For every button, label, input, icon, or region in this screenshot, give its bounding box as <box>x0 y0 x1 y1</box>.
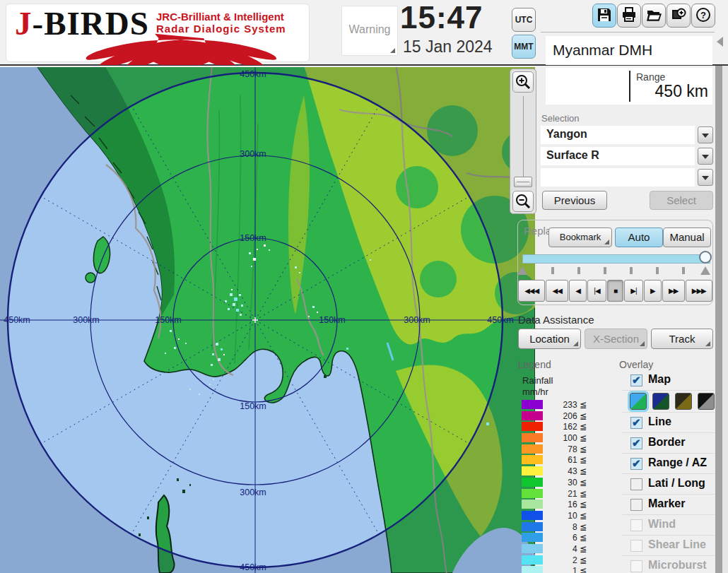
fast-rewind-3x-button[interactable]: ◀◀◀ <box>518 280 545 302</box>
legend-row: 8 ≦ <box>522 521 599 533</box>
legend-color-chip <box>522 544 543 553</box>
station-name: Myanmar DMH <box>553 42 652 59</box>
fast-forward-3x-button[interactable]: ▶▶▶ <box>686 280 712 302</box>
range-az-checkbox[interactable] <box>630 458 642 470</box>
legend-threshold: 6 ≦ <box>546 533 587 543</box>
play-button[interactable]: ▶ <box>644 280 662 302</box>
overlay-item-label: Map <box>648 373 671 386</box>
zoom-slider-handle[interactable] <box>514 177 532 187</box>
legend-color-chip <box>522 555 543 565</box>
svg-text:150km: 150km <box>240 401 266 411</box>
save-button[interactable] <box>592 4 616 28</box>
legend-color-chip <box>522 433 543 442</box>
legend-title: Rainfall <box>522 375 553 386</box>
overlay-row-lati-long: Lati / Long <box>622 474 715 495</box>
location-button[interactable]: Location <box>518 329 581 349</box>
zoom-out-button[interactable] <box>512 191 534 212</box>
legend-threshold: 1 ≦ <box>546 566 587 573</box>
legend-label: Legend <box>518 359 551 370</box>
marker-checkbox[interactable] <box>630 499 642 511</box>
header-bar: J-BIRDS JRC-Brilliant & Intelligent Rada… <box>0 0 728 66</box>
svg-text:300km: 300km <box>240 149 266 159</box>
replay-progress-handle[interactable] <box>699 251 712 264</box>
radar-map[interactable]: 450km 300km 150km 150km 300km 450km 450k… <box>0 67 535 573</box>
overlay-row-map: Map <box>622 370 715 391</box>
lati-long-checkbox[interactable] <box>630 478 642 490</box>
overlay-row-microburst: Microburst <box>622 556 715 573</box>
legend-threshold: 78 ≦ <box>546 444 587 454</box>
svg-text:300km: 300km <box>240 488 266 497</box>
legend-row: 233 ≦ <box>522 399 599 410</box>
legend-threshold: 4 ≦ <box>546 544 587 554</box>
legend-color-chip <box>522 400 543 409</box>
legend-scale: 233 ≦206 ≦162 ≦100 ≦78 ≦61 ≦43 ≦30 ≦21 ≦… <box>522 399 599 573</box>
zoom-in-button[interactable] <box>512 71 534 93</box>
overlay-item-label: Line <box>648 415 671 428</box>
timezone-mmt-button[interactable]: MMT <box>512 35 536 59</box>
option-dropdown-button[interactable] <box>698 169 713 186</box>
line-checkbox[interactable] <box>630 417 642 429</box>
previous-button[interactable]: Previous <box>542 191 607 210</box>
legend-row: 21 ≦ <box>522 488 599 500</box>
fast-rewind-button[interactable]: ◀◀ <box>546 280 568 302</box>
wind-checkbox <box>630 519 642 531</box>
auto-mode-button[interactable]: Auto <box>615 228 663 247</box>
data-assistance-label: Data Assistance <box>518 314 594 326</box>
stop-button[interactable]: ■ <box>607 280 623 302</box>
panel-splitter[interactable] <box>715 34 722 573</box>
legend-color-chip <box>522 455 543 464</box>
map-style-swatch-4[interactable] <box>698 393 715 410</box>
clock-date: 15 Jan 2024 <box>403 37 493 57</box>
site-dropdown-button[interactable] <box>698 126 713 143</box>
help-button[interactable]: ? <box>691 4 715 28</box>
replay-progress-track[interactable] <box>522 254 710 264</box>
map-checkbox[interactable] <box>630 374 642 386</box>
overlay-row-range-az: Range / AZ <box>622 454 715 474</box>
legend-color-chip <box>522 522 543 531</box>
legend-color-chip <box>522 511 543 520</box>
svg-text:150km: 150km <box>155 315 182 325</box>
map-style-swatch-3[interactable] <box>675 393 692 410</box>
overlay-row-shear-line: Shear Line <box>622 536 715 556</box>
overlay-row-marker: Marker <box>622 495 715 515</box>
open-folder-button[interactable] <box>642 4 666 28</box>
map-style-swatches <box>622 391 715 413</box>
legend-threshold: 8 ≦ <box>546 522 587 532</box>
help-icon: ? <box>695 13 711 25</box>
step-forward-button[interactable]: ▶| <box>624 280 643 302</box>
fast-forward-button[interactable]: ▶▶ <box>662 280 685 302</box>
timezone-utc-button[interactable]: UTC <box>512 8 536 32</box>
map-style-swatch-2[interactable] <box>652 393 669 410</box>
right-edge-strip <box>722 0 728 573</box>
slider-start-marker[interactable] <box>517 266 527 275</box>
dropdown-corner-icon <box>604 240 609 244</box>
playback-controls: ◀◀◀◀◀◀|◀■▶|▶▶▶▶▶▶ <box>518 280 713 302</box>
warning-button[interactable]: Warning <box>341 6 398 56</box>
dropdown-corner-icon <box>640 341 645 346</box>
product-dropdown-button[interactable] <box>698 148 713 165</box>
slider-tick <box>604 267 606 274</box>
legend-row: 100 ≦ <box>522 432 599 444</box>
legend-threshold: 100 ≦ <box>546 433 587 443</box>
legend-row: 30 ≦ <box>522 477 599 488</box>
panel-collapse-icon[interactable] <box>717 37 723 47</box>
slider-end-marker[interactable] <box>700 266 710 275</box>
dropdown-corner-icon <box>573 341 578 346</box>
slider-tick <box>682 267 685 274</box>
map-style-swatch-1[interactable] <box>630 393 647 410</box>
manual-mode-button[interactable]: Manual <box>663 228 711 247</box>
step-back-button[interactable]: |◀ <box>587 280 606 302</box>
bookmark-button[interactable]: Bookmark <box>548 228 612 247</box>
play-reverse-button[interactable]: ◀ <box>569 280 587 302</box>
track-button[interactable]: Track <box>651 329 713 349</box>
border-checkbox[interactable] <box>630 437 642 449</box>
legend-color-chip <box>522 466 543 475</box>
overlay-label: Overlay <box>619 359 653 370</box>
add-image-button[interactable] <box>667 4 691 28</box>
overlay-item-label: Marker <box>648 497 685 510</box>
overlay-item-label: Range / AZ <box>648 456 707 469</box>
radar-map-canvas: 450km 300km 150km 150km 300km 450km 450k… <box>0 67 535 573</box>
dropdown-corner-icon <box>390 48 395 53</box>
print-button[interactable] <box>617 4 641 28</box>
zoom-slider-track[interactable] <box>523 96 524 177</box>
